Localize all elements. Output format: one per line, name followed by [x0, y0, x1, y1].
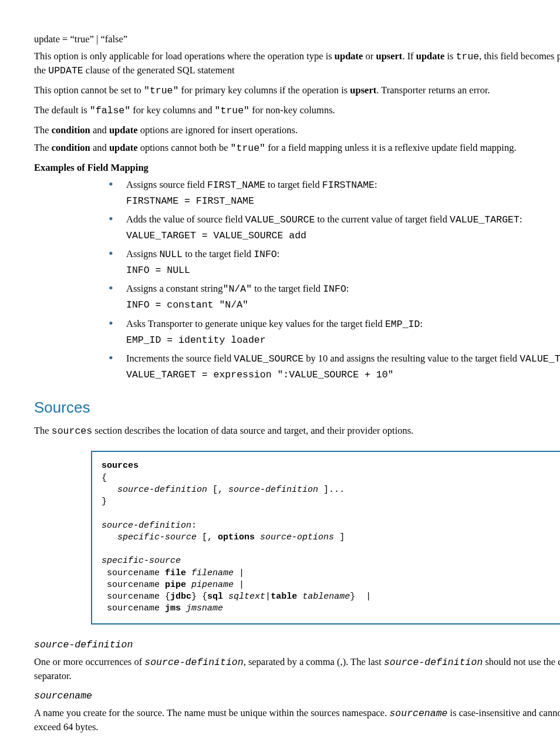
list-item: Assigns a constant string"N/A" to the ta…: [109, 282, 560, 312]
t: "N/A": [223, 283, 252, 295]
t: [102, 532, 117, 542]
t: [255, 532, 260, 542]
update-signature: update = “true” | “false”: [34, 32, 560, 46]
code-line: VALUE_TARGET = VALUE_SOURCE add: [126, 229, 560, 242]
t: |: [265, 592, 271, 602]
t: "true": [231, 143, 265, 154]
t: This option is only applicable for load …: [34, 50, 335, 62]
t: Adds the value of source field: [126, 214, 245, 225]
t: "false": [90, 105, 130, 116]
update-desc-2: This option cannot be set to "true" for …: [34, 83, 560, 97]
t: condition: [52, 142, 90, 153]
code-line: EMP_ID = identity loader: [126, 333, 560, 347]
t: :: [519, 214, 522, 225]
t: . If: [402, 50, 416, 62]
t: and: [90, 124, 109, 136]
t: [297, 592, 302, 602]
t: Sources: [34, 399, 90, 416]
t: :: [420, 318, 423, 329]
update-desc-3: The default is "false" for key columns a…: [34, 103, 560, 117]
t: or: [363, 50, 376, 62]
t: {: [102, 473, 107, 483]
t: sqltext: [228, 592, 265, 602]
t: section describes the location of data s…: [92, 425, 413, 436]
t: [186, 568, 191, 578]
t: true: [456, 51, 480, 62]
code-line: INFO = NULL: [126, 264, 560, 277]
t: and: [90, 142, 109, 153]
text: update = “true” | “false”: [34, 33, 127, 45]
code-line: FIRSTNAME = FIRST_NAME: [126, 194, 560, 208]
t: Examples of Field Mapping: [34, 162, 149, 173]
update-desc-1: This option is only applicable for load …: [34, 49, 560, 77]
t: VALUE_TARGET: [450, 214, 519, 225]
t: sources: [102, 461, 139, 471]
t: source-definition: [228, 485, 318, 495]
t: sql: [207, 592, 223, 602]
t: , separated by a comma (,). The last: [244, 656, 384, 667]
t: to target field: [265, 179, 322, 190]
def-source-definition-label: source-definition: [34, 637, 560, 652]
t: :: [277, 248, 280, 259]
t: Increments the source field: [126, 353, 234, 364]
examples-list: Assigns source field FIRST_NAME to targe…: [109, 178, 560, 382]
t: pipe: [165, 580, 186, 590]
t: |: [234, 568, 244, 578]
t: VALUE_TARGET: [519, 353, 560, 364]
t: jdbc: [170, 592, 191, 602]
t: source-definition: [144, 657, 243, 668]
list-item: Assigns NULL to the target field INFO: I…: [109, 247, 560, 277]
t: Asks Transporter to generate unique key …: [126, 318, 385, 329]
t: sourcename: [34, 690, 92, 701]
t: clause of the generated SQL statement: [83, 65, 235, 76]
t: INFO: [254, 249, 277, 260]
t: sourcename: [102, 603, 165, 613]
t: sourcename: [102, 568, 165, 578]
t: [102, 485, 117, 495]
t: "true": [215, 105, 249, 116]
t: update: [109, 124, 138, 136]
t: source-definition: [384, 657, 483, 668]
t: INFO: [323, 283, 346, 295]
t: Assigns a constant string: [126, 283, 223, 294]
t: } |: [350, 592, 371, 602]
t: [181, 603, 186, 613]
t: VALUE_SOURCE: [245, 214, 315, 225]
t: FIRST_NAME: [207, 180, 265, 191]
section-heading-sources: Sources: [34, 397, 560, 418]
t: Assigns source field: [126, 179, 207, 190]
list-item: Asks Transporter to generate unique key …: [109, 317, 560, 347]
t: }: [102, 497, 107, 507]
condition-p1: The condition and update options are ign…: [34, 123, 560, 137]
t: file: [165, 568, 186, 578]
condition-p2: The condition and update options cannot …: [34, 141, 560, 155]
t: "true": [144, 85, 178, 96]
t: to the target field: [183, 248, 254, 259]
t: source-options: [260, 532, 334, 542]
t: for primary key columns if the operation…: [178, 85, 350, 96]
code-line: INFO = constant "N/A": [126, 298, 560, 312]
t: filename: [191, 568, 234, 578]
t: source-definition: [34, 639, 133, 650]
t: |: [234, 580, 244, 590]
t: [,: [207, 485, 228, 495]
t: ]...: [318, 485, 345, 495]
t: update: [416, 50, 445, 62]
t: sources: [52, 426, 92, 437]
t: jmsname: [186, 603, 223, 613]
syntax-codebox: sources { source-definition [, source-de…: [91, 451, 560, 624]
sources-intro: The sources section describes the locati…: [34, 424, 560, 438]
t: options: [218, 532, 255, 542]
t: is: [444, 50, 456, 62]
t: jms: [165, 603, 181, 613]
def-sourcename-label: sourcename: [34, 688, 560, 703]
t: [223, 592, 228, 602]
t: options are ignored for insert operation…: [138, 124, 298, 136]
t: pipename: [191, 580, 234, 590]
t: ]: [334, 532, 345, 542]
def-source-definition-body: One or more occurrences of source-defini…: [34, 655, 560, 683]
t: EMP_ID: [385, 319, 420, 330]
t: table: [271, 592, 297, 602]
t: [186, 580, 191, 590]
t: specific-source: [102, 556, 181, 566]
